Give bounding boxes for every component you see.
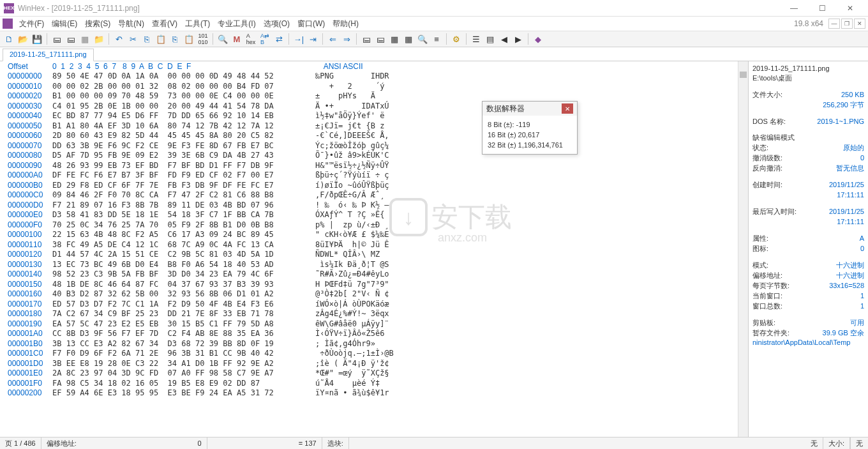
hex-row[interactable]: 0000014098 52 23 C3 9B 5A FB BF 3D D0 34…: [0, 270, 748, 280]
prev-icon[interactable]: ⇐: [326, 33, 339, 45]
goto-icon[interactable]: →|: [292, 33, 305, 45]
hex-row[interactable]: 000000602D 80 60 43 E9 82 5D 44 45 45 45…: [0, 131, 748, 141]
window-title: WinHex - [2019-11-25_171111.png]: [18, 4, 780, 13]
back-icon[interactable]: ↶: [112, 33, 125, 45]
paste-icon[interactable]: 📋: [154, 33, 167, 45]
hex-row[interactable]: 000000F070 25 0C 34 76 25 7A 70 05 F9 2F…: [0, 220, 748, 231]
mdi-restore[interactable]: ❐: [841, 19, 853, 29]
find-icon[interactable]: 🔍: [216, 33, 229, 45]
status-sizev: 无: [850, 438, 868, 449]
minimize-button[interactable]: —: [780, 0, 808, 17]
maximize-button[interactable]: ☐: [808, 0, 836, 17]
menu-tools[interactable]: 工具(T): [181, 19, 214, 29]
hex-row[interactable]: 0000015048 1B DE 8C 46 64 87 FC 04 37 67…: [0, 280, 748, 290]
list-icon[interactable]: ☰: [470, 33, 483, 45]
disk2-icon[interactable]: 🖴: [64, 33, 77, 45]
menu-nav[interactable]: 导航(N): [114, 19, 148, 29]
mdi-close[interactable]: ✕: [854, 19, 865, 29]
hex-row[interactable]: 0000013013 EC 73 BC 49 6B D0 E4 B8 F0 A6…: [0, 260, 748, 270]
hex-row[interactable]: 000001807A C2 67 34 C9 BF 25 23 DD 21 7E…: [0, 309, 748, 319]
findtext-icon[interactable]: Ahex: [244, 33, 257, 45]
open-icon[interactable]: 📂: [17, 33, 29, 45]
menu-search[interactable]: 搜索(S): [81, 19, 114, 29]
hex-row[interactable]: 000001E02A 8C 23 97 04 3D 9C FD 07 A0 FF…: [0, 369, 748, 379]
hex-row[interactable]: 000000A0DF FE FC F6 E7 B7 3F BF FD F9 ED…: [0, 171, 748, 181]
hex-row[interactable]: 000001B03B 13 CC E3 A2 82 67 34 D3 68 72…: [0, 339, 748, 349]
status-offset: 偏移地址:0: [41, 438, 207, 449]
grid-icon[interactable]: ▦: [402, 33, 415, 45]
replace-icon[interactable]: A⇄B: [258, 33, 271, 45]
hex-scrollbar[interactable]: [738, 61, 748, 437]
hex-row[interactable]: 00000040EC BD 87 77 94 E5 D6 FF 7D DD 65…: [0, 111, 748, 121]
cut-icon[interactable]: ✂: [126, 33, 139, 45]
copy2-icon[interactable]: ⎘: [168, 33, 181, 45]
menu-file[interactable]: 文件(F): [15, 19, 48, 29]
hex-row[interactable]: 000001A0CC 8B D3 9F 56 F7 EF 7D C2 F4 AB…: [0, 329, 748, 339]
eraser-icon[interactable]: ◆: [532, 33, 544, 45]
hex-row[interactable]: 0000000089 50 4E 47 0D 0A 1A 0A 00 00 00…: [0, 72, 748, 82]
hex-row[interactable]: 00000120D1 44 57 4C 2A 15 51 CE C2 9B 5C…: [0, 250, 748, 260]
hex-row[interactable]: 0000016040 B3 D2 87 32 62 5B 00 32 93 56…: [0, 289, 748, 300]
hex-view[interactable]: Offset 0 1 2 3 4 5 6 7 8 9 A B C D E F A…: [0, 61, 748, 437]
data-interpreter[interactable]: 数据解释器 ✕ 8 Bit (±): -119 16 Bit (±) 20,61…: [482, 101, 578, 155]
hex-row[interactable]: 00000050B1 A1 80 4A EF 3D 10 6A 80 74 12…: [0, 121, 748, 132]
hex-row[interactable]: 000000C009 84 46 2F F0 70 8C CA F7 47 2F…: [0, 190, 748, 201]
menu-options[interactable]: 选项(O): [260, 19, 294, 29]
menu-view[interactable]: 查看(V): [148, 19, 181, 29]
menu-edit[interactable]: 编辑(E): [48, 19, 81, 29]
hex-row[interactable]: 00000030C4 01 95 2B 0E 1B 00 00 20 00 49…: [0, 102, 748, 112]
app-icon: HEX: [4, 3, 14, 13]
hex-row[interactable]: 00000070DD 63 3B 9E F6 9C F2 CE 9E F3 FE…: [0, 141, 748, 151]
hex-row[interactable]: 00000190EA 57 5C 47 23 E2 E5 EB 30 15 B5…: [0, 319, 748, 330]
chip-icon[interactable]: ▦: [388, 33, 401, 45]
bin-icon[interactable]: 101010: [197, 33, 209, 45]
filter-icon[interactable]: ≡: [430, 33, 443, 45]
findhex-icon[interactable]: M: [230, 33, 243, 45]
hex-row[interactable]: 0000011038 FC 49 A5 DE C4 12 1C 68 7C A9…: [0, 240, 748, 250]
goto2-icon[interactable]: ⇥: [306, 33, 319, 45]
copy-icon[interactable]: ⎘: [140, 33, 153, 45]
version-label: 19.8 x64: [794, 19, 827, 28]
menu-window[interactable]: 窗口(W): [294, 19, 329, 29]
statusbar: 页 1 / 486 偏移地址:0 = 137 选块: 无 大小: 无: [0, 437, 868, 449]
hex-row[interactable]: 000001F0FA 98 C5 34 18 02 16 05 19 B5 E8…: [0, 379, 748, 389]
hex-row[interactable]: 000000B0ED 29 F8 ED CF 6F 7F 7E FB F3 DB…: [0, 181, 748, 191]
interpreter-close[interactable]: ✕: [562, 103, 573, 114]
save-icon[interactable]: 💾: [31, 33, 43, 45]
interpreter-title: 数据解释器: [486, 103, 525, 114]
hex-row[interactable]: 0000009048 26 93 99 EB 73 EF BD F7 BF BD…: [0, 161, 748, 171]
disk-icon[interactable]: 🖴: [50, 33, 63, 45]
offset-header: Offset: [0, 62, 52, 71]
ram-icon[interactable]: ▦: [79, 33, 91, 45]
disk3-icon[interactable]: 🖴: [360, 33, 373, 45]
play-icon[interactable]: ◀: [498, 33, 511, 45]
new-icon[interactable]: 🗋: [3, 33, 15, 45]
clip-icon[interactable]: 📋: [183, 33, 195, 45]
status-sel: 选块:: [322, 438, 349, 449]
hex-row[interactable]: 0000010022 15 63 4B 48 8C F2 A5 C6 17 A3…: [0, 230, 748, 240]
hex-row[interactable]: 000001D03B EE E8 19 28 0E C3 22 34 A1 D0…: [0, 359, 748, 369]
menu-help[interactable]: 帮助(H): [329, 19, 363, 29]
disk4-icon[interactable]: 🖴: [374, 33, 387, 45]
hex-row[interactable]: 000000E0D3 58 41 83 DD 5E 18 1E 54 18 3F…: [0, 210, 748, 220]
hex-row[interactable]: 0000001000 00 02 2B 00 00 01 32 08 02 00…: [0, 82, 748, 92]
hex-row[interactable]: 000000D0F7 21 89 07 16 F3 8B 7B 89 11 DE…: [0, 201, 748, 211]
tab-file[interactable]: 2019-11-25_171111.png: [3, 49, 94, 61]
panel-icon[interactable]: ▤: [484, 33, 497, 45]
menu-specialist[interactable]: 专业工具(I): [214, 19, 259, 29]
close-button[interactable]: ✕: [836, 0, 864, 17]
ascii-header: ANSI ASCII: [308, 62, 363, 71]
folder-up-icon[interactable]: 📁: [93, 33, 105, 45]
hex-row[interactable]: 00000170ED 57 D3 D7 F2 7C C1 1A F2 D9 50…: [0, 300, 748, 310]
mdi-min[interactable]: —: [828, 19, 840, 29]
play2-icon[interactable]: ▶: [512, 33, 525, 45]
status-selv: 无: [805, 438, 823, 449]
next-icon[interactable]: ⇒: [340, 33, 353, 45]
hex-row[interactable]: 00000080D5 AF 7D 95 FB 9E 09 E2 39 3E 6B…: [0, 151, 748, 161]
replace2-icon[interactable]: ⇄: [273, 33, 285, 45]
hex-row[interactable]: 000001C0F7 F0 D9 6F F2 6A 71 2E 96 3B 31…: [0, 349, 748, 359]
hex-row[interactable]: 00000020B1 00 00 00 09 70 48 59 73 00 00…: [0, 91, 748, 102]
gear-icon[interactable]: ⚙: [450, 33, 463, 45]
lens-icon[interactable]: 🔍: [416, 33, 429, 45]
hex-row[interactable]: 00000200EF 59 A4 6E E3 18 95 95 E3 BE F9…: [0, 388, 748, 399]
